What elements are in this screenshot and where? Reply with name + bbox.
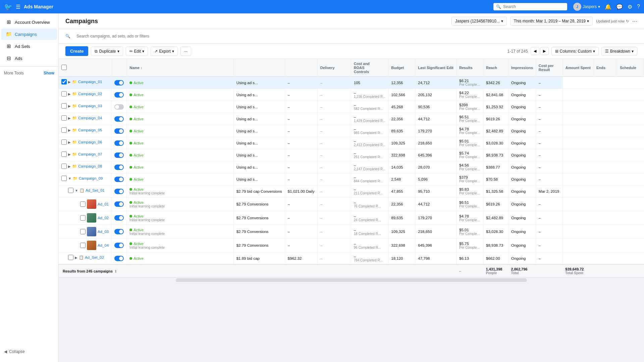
sidebar-item-account-overview[interactable]: ⊞ Account Overview <box>1 16 57 28</box>
expand-arrow[interactable]: ▼ <box>68 177 71 180</box>
toggle-cell[interactable] <box>112 239 127 252</box>
row-checkbox[interactable] <box>80 215 86 221</box>
row-checkbox[interactable] <box>61 176 67 181</box>
ad-name[interactable]: Ad_01 <box>98 202 109 206</box>
row-checkbox[interactable] <box>80 229 86 234</box>
expand-arrow[interactable]: ▶ <box>68 80 71 84</box>
campaign-toggle[interactable] <box>114 256 124 261</box>
expand-arrow[interactable]: ▶ <box>68 140 71 144</box>
export-button[interactable]: ↗ Export ▾ <box>151 47 178 56</box>
more-tools[interactable]: More Tools Show <box>0 69 58 77</box>
toggle-cell[interactable] <box>112 125 127 137</box>
chat-icon[interactable]: 💬 <box>616 4 623 10</box>
toggle-cell[interactable] <box>112 173 127 185</box>
refresh-icon[interactable]: ↻ <box>626 19 629 23</box>
toggle-cell[interactable] <box>112 77 127 89</box>
campaign-name[interactable]: Campaign_08 <box>78 164 102 168</box>
campaign-name[interactable]: Campaign_02 <box>78 92 102 96</box>
expand-arrow[interactable]: ▶ <box>68 128 71 132</box>
row-checkbox[interactable] <box>80 243 86 248</box>
ad-name[interactable]: Ad_02 <box>98 216 109 220</box>
user-menu[interactable]: J Jaspers ▾ <box>573 3 600 11</box>
campaign-toggle[interactable] <box>114 215 124 221</box>
adset-name[interactable]: Ad_Set_02 <box>85 255 104 259</box>
adset-name[interactable]: Ad_Set_01 <box>86 188 105 192</box>
hamburger-icon[interactable]: ☰ <box>16 4 20 10</box>
bell-icon[interactable]: 🔔 <box>605 4 611 10</box>
campaign-name[interactable]: Campaign_05 <box>78 128 102 132</box>
expand-arrow[interactable]: ▶ <box>68 116 71 120</box>
ad-name[interactable]: Ad_03 <box>98 230 109 234</box>
toggle-cell[interactable] <box>112 137 127 149</box>
row-checkbox[interactable] <box>61 127 67 133</box>
row-checkbox[interactable] <box>61 103 67 109</box>
duplicate-button[interactable]: ⧉ Duplicate ▾ <box>91 47 123 56</box>
ad-name[interactable]: Ad_04 <box>98 243 109 247</box>
campaign-search-input[interactable] <box>73 32 207 41</box>
expand-arrow[interactable]: ▶ <box>68 153 71 156</box>
campaign-name[interactable]: Campaign_09 <box>79 176 103 180</box>
campaign-toggle[interactable] <box>114 140 124 146</box>
sidebar-item-ads[interactable]: ⊟ Ads <box>1 53 57 64</box>
toggle-cell[interactable] <box>112 149 127 161</box>
more-actions-button[interactable]: ··· <box>180 47 191 56</box>
select-all-checkbox[interactable] <box>61 65 67 70</box>
toggle-cell[interactable] <box>112 101 127 113</box>
campaign-toggle[interactable] <box>114 116 124 122</box>
date-range-selector[interactable]: This month: Mar 1, 2019 – Mar 28, 2019 ▾ <box>510 17 593 25</box>
campaign-toggle[interactable] <box>114 229 124 234</box>
campaign-name[interactable]: Campaign_03 <box>78 104 102 108</box>
row-checkbox[interactable] <box>68 188 73 193</box>
row-checkbox[interactable] <box>61 139 67 145</box>
campaign-toggle[interactable] <box>114 201 124 207</box>
toggle-cell[interactable] <box>112 113 127 125</box>
settings-icon[interactable]: ⚙ <box>628 4 632 10</box>
sidebar-item-ad-sets[interactable]: ⊞ Ad Sets <box>1 41 57 52</box>
expand-arrow[interactable]: ▼ <box>75 189 78 192</box>
campaign-name[interactable]: Campaign_06 <box>78 140 102 144</box>
expand-arrow[interactable]: ▶ <box>68 165 71 168</box>
campaign-toggle[interactable] <box>114 165 124 170</box>
row-checkbox[interactable] <box>61 91 67 97</box>
campaign-toggle[interactable] <box>114 80 124 85</box>
campaign-toggle[interactable] <box>114 104 124 110</box>
campaign-toggle[interactable] <box>114 189 124 194</box>
create-button[interactable]: Create <box>65 46 88 56</box>
campaign-toggle[interactable] <box>114 177 124 182</box>
breakdown-button[interactable]: ☰ Breakdown ▾ <box>601 47 637 56</box>
toggle-cell[interactable] <box>112 185 127 197</box>
prev-page-button[interactable]: ◀ <box>531 47 539 55</box>
row-checkbox[interactable] <box>61 164 67 169</box>
campaign-toggle[interactable] <box>114 92 124 98</box>
expand-arrow[interactable]: ▶ <box>75 256 77 259</box>
campaign-toggle[interactable] <box>114 128 124 134</box>
row-checkbox[interactable] <box>80 201 86 207</box>
toggle-cell[interactable] <box>112 89 127 101</box>
toggle-cell[interactable] <box>112 197 127 211</box>
help-icon[interactable]: ? <box>637 4 640 10</box>
row-checkbox[interactable] <box>61 79 67 84</box>
collapse-button[interactable]: ◀ Collapse <box>0 347 58 359</box>
toggle-cell[interactable] <box>112 211 127 225</box>
campaign-name[interactable]: Campaign_04 <box>78 116 102 120</box>
campaign-toggle[interactable] <box>114 153 124 158</box>
account-selector[interactable]: Jaspers (12345678910... ▾ <box>451 17 507 25</box>
sidebar-item-campaigns[interactable]: 📁 Campaigns <box>1 28 57 40</box>
row-checkbox[interactable] <box>68 255 73 260</box>
expand-arrow[interactable]: ▶ <box>68 92 71 96</box>
toggle-cell[interactable] <box>112 252 127 265</box>
more-options-button[interactable]: ··· <box>632 18 637 25</box>
row-checkbox[interactable] <box>61 115 67 121</box>
next-page-button[interactable]: ▶ <box>540 47 549 55</box>
toggle-cell[interactable] <box>112 225 127 239</box>
search-input[interactable] <box>503 4 565 9</box>
campaign-name[interactable]: Campaign_07 <box>78 152 102 156</box>
row-checkbox[interactable] <box>61 152 67 157</box>
edit-button[interactable]: ✏ Edit ▾ <box>126 47 148 56</box>
global-search[interactable]: 🔍 <box>493 3 567 10</box>
expand-arrow[interactable]: ▶ <box>68 104 71 108</box>
columns-button[interactable]: ⊞ Columns: Custom ▾ <box>551 47 599 56</box>
campaign-toggle[interactable] <box>114 243 124 248</box>
campaign-name[interactable]: Campaign_01 <box>78 80 102 84</box>
toggle-cell[interactable] <box>112 161 127 173</box>
